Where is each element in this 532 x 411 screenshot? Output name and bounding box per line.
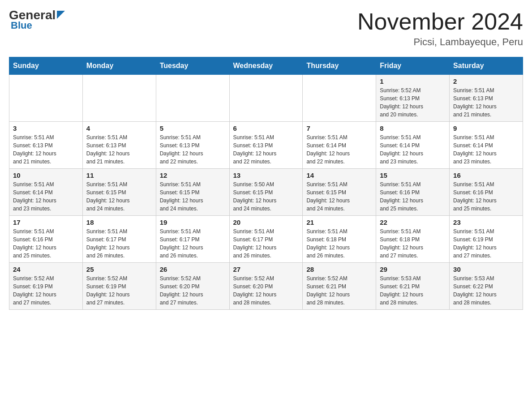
table-row: 23Sunrise: 5:51 AMSunset: 6:19 PMDayligh…: [450, 216, 523, 263]
day-info: Sunrise: 5:51 AMSunset: 6:17 PMDaylight:…: [160, 227, 226, 260]
col-monday: Monday: [82, 57, 156, 75]
day-info: Sunrise: 5:52 AMSunset: 6:20 PMDaylight:…: [160, 274, 226, 307]
table-row: 10Sunrise: 5:51 AMSunset: 6:14 PMDayligh…: [9, 169, 83, 216]
table-row: 18Sunrise: 5:51 AMSunset: 6:17 PMDayligh…: [82, 216, 156, 263]
logo-triangle-icon: [57, 11, 65, 21]
day-info: Sunrise: 5:51 AMSunset: 6:15 PMDaylight:…: [306, 180, 372, 213]
calendar-week-row: 3Sunrise: 5:51 AMSunset: 6:13 PMDaylight…: [9, 122, 523, 169]
day-number: 17: [13, 218, 79, 226]
day-info: Sunrise: 5:51 AMSunset: 6:14 PMDaylight:…: [306, 133, 372, 166]
day-number: 16: [453, 171, 519, 179]
day-info: Sunrise: 5:51 AMSunset: 6:13 PMDaylight:…: [233, 133, 299, 166]
table-row: 29Sunrise: 5:53 AMSunset: 6:21 PMDayligh…: [376, 263, 450, 310]
table-row: 30Sunrise: 5:53 AMSunset: 6:22 PMDayligh…: [450, 263, 523, 310]
col-wednesday: Wednesday: [229, 57, 303, 75]
day-info: Sunrise: 5:50 AMSunset: 6:15 PMDaylight:…: [233, 180, 299, 213]
day-info: Sunrise: 5:51 AMSunset: 6:13 PMDaylight:…: [453, 86, 519, 119]
day-info: Sunrise: 5:51 AMSunset: 6:16 PMDaylight:…: [13, 227, 79, 260]
day-number: 14: [306, 171, 372, 179]
table-row: 12Sunrise: 5:51 AMSunset: 6:15 PMDayligh…: [156, 169, 229, 216]
table-row: 6Sunrise: 5:51 AMSunset: 6:13 PMDaylight…: [229, 122, 303, 169]
table-row: 1Sunrise: 5:52 AMSunset: 6:13 PMDaylight…: [376, 75, 450, 122]
table-row: [303, 75, 376, 122]
day-number: 10: [13, 171, 79, 179]
table-row: 16Sunrise: 5:51 AMSunset: 6:16 PMDayligh…: [450, 169, 523, 216]
table-row: 2Sunrise: 5:51 AMSunset: 6:13 PMDaylight…: [450, 75, 523, 122]
day-info: Sunrise: 5:51 AMSunset: 6:18 PMDaylight:…: [380, 227, 446, 260]
logo-blue-text: Blue: [11, 20, 32, 31]
day-number: 15: [380, 171, 446, 179]
day-info: Sunrise: 5:51 AMSunset: 6:15 PMDaylight:…: [160, 180, 226, 213]
day-number: 9: [453, 124, 519, 132]
table-row: 14Sunrise: 5:51 AMSunset: 6:15 PMDayligh…: [303, 169, 376, 216]
table-row: [156, 75, 229, 122]
day-number: 28: [306, 265, 372, 273]
day-info: Sunrise: 5:51 AMSunset: 6:17 PMDaylight:…: [233, 227, 299, 260]
table-row: 24Sunrise: 5:52 AMSunset: 6:19 PMDayligh…: [9, 263, 83, 310]
day-info: Sunrise: 5:51 AMSunset: 6:15 PMDaylight:…: [86, 180, 152, 213]
day-info: Sunrise: 5:52 AMSunset: 6:19 PMDaylight:…: [86, 274, 152, 307]
location-title: Picsi, Lambayeque, Peru: [357, 36, 523, 48]
day-number: 19: [160, 218, 226, 226]
day-info: Sunrise: 5:53 AMSunset: 6:21 PMDaylight:…: [380, 274, 446, 307]
day-number: 27: [233, 265, 299, 273]
col-saturday: Saturday: [450, 57, 523, 75]
day-number: 8: [380, 124, 446, 132]
day-number: 4: [86, 124, 152, 132]
day-info: Sunrise: 5:52 AMSunset: 6:21 PMDaylight:…: [306, 274, 372, 307]
day-info: Sunrise: 5:51 AMSunset: 6:14 PMDaylight:…: [380, 133, 446, 166]
table-row: [229, 75, 303, 122]
day-number: 30: [453, 265, 519, 273]
table-row: 3Sunrise: 5:51 AMSunset: 6:13 PMDaylight…: [9, 122, 83, 169]
day-number: 22: [380, 218, 446, 226]
day-info: Sunrise: 5:52 AMSunset: 6:20 PMDaylight:…: [233, 274, 299, 307]
day-number: 6: [233, 124, 299, 132]
table-row: 5Sunrise: 5:51 AMSunset: 6:13 PMDaylight…: [156, 122, 229, 169]
table-row: [9, 75, 83, 122]
table-row: 15Sunrise: 5:51 AMSunset: 6:16 PMDayligh…: [376, 169, 450, 216]
table-row: 25Sunrise: 5:52 AMSunset: 6:19 PMDayligh…: [82, 263, 156, 310]
table-row: 21Sunrise: 5:51 AMSunset: 6:18 PMDayligh…: [303, 216, 376, 263]
day-info: Sunrise: 5:51 AMSunset: 6:13 PMDaylight:…: [160, 133, 226, 166]
table-row: [82, 75, 156, 122]
calendar-week-row: 1Sunrise: 5:52 AMSunset: 6:13 PMDaylight…: [9, 75, 523, 122]
table-row: 9Sunrise: 5:51 AMSunset: 6:14 PMDaylight…: [450, 122, 523, 169]
day-info: Sunrise: 5:51 AMSunset: 6:13 PMDaylight:…: [86, 133, 152, 166]
day-info: Sunrise: 5:51 AMSunset: 6:16 PMDaylight:…: [380, 180, 446, 213]
calendar-week-row: 24Sunrise: 5:52 AMSunset: 6:19 PMDayligh…: [9, 263, 523, 310]
day-info: Sunrise: 5:51 AMSunset: 6:16 PMDaylight:…: [453, 180, 519, 213]
calendar-week-row: 17Sunrise: 5:51 AMSunset: 6:16 PMDayligh…: [9, 216, 523, 263]
day-number: 11: [86, 171, 152, 179]
col-thursday: Thursday: [303, 57, 376, 75]
day-number: 13: [233, 171, 299, 179]
day-info: Sunrise: 5:52 AMSunset: 6:19 PMDaylight:…: [13, 274, 79, 307]
day-info: Sunrise: 5:51 AMSunset: 6:17 PMDaylight:…: [86, 227, 152, 260]
day-info: Sunrise: 5:51 AMSunset: 6:14 PMDaylight:…: [13, 180, 79, 213]
table-row: 13Sunrise: 5:50 AMSunset: 6:15 PMDayligh…: [229, 169, 303, 216]
day-number: 12: [160, 171, 226, 179]
calendar-header-row: Sunday Monday Tuesday Wednesday Thursday…: [9, 57, 523, 75]
table-row: 27Sunrise: 5:52 AMSunset: 6:20 PMDayligh…: [229, 263, 303, 310]
table-row: 19Sunrise: 5:51 AMSunset: 6:17 PMDayligh…: [156, 216, 229, 263]
page-header: General Blue November 2024 Picsi, Lambay…: [9, 9, 523, 48]
calendar-table: Sunday Monday Tuesday Wednesday Thursday…: [9, 57, 523, 310]
day-number: 18: [86, 218, 152, 226]
day-number: 20: [233, 218, 299, 226]
day-number: 24: [13, 265, 79, 273]
day-info: Sunrise: 5:52 AMSunset: 6:13 PMDaylight:…: [380, 86, 446, 119]
svg-marker-0: [57, 11, 65, 19]
day-number: 5: [160, 124, 226, 132]
day-number: 21: [306, 218, 372, 226]
day-number: 7: [306, 124, 372, 132]
title-section: November 2024 Picsi, Lambayeque, Peru: [357, 9, 523, 48]
day-info: Sunrise: 5:53 AMSunset: 6:22 PMDaylight:…: [453, 274, 519, 307]
table-row: 26Sunrise: 5:52 AMSunset: 6:20 PMDayligh…: [156, 263, 229, 310]
day-number: 25: [86, 265, 152, 273]
day-info: Sunrise: 5:51 AMSunset: 6:13 PMDaylight:…: [13, 133, 79, 166]
calendar-week-row: 10Sunrise: 5:51 AMSunset: 6:14 PMDayligh…: [9, 169, 523, 216]
table-row: 28Sunrise: 5:52 AMSunset: 6:21 PMDayligh…: [303, 263, 376, 310]
day-info: Sunrise: 5:51 AMSunset: 6:14 PMDaylight:…: [453, 133, 519, 166]
table-row: 11Sunrise: 5:51 AMSunset: 6:15 PMDayligh…: [82, 169, 156, 216]
col-sunday: Sunday: [9, 57, 83, 75]
table-row: 4Sunrise: 5:51 AMSunset: 6:13 PMDaylight…: [82, 122, 156, 169]
